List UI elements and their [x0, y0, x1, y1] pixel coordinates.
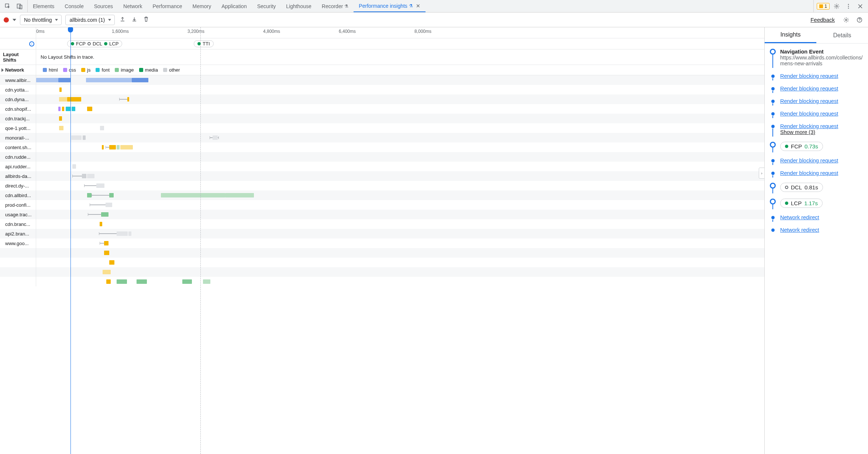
playhead-handle[interactable] [68, 27, 73, 32]
metric-marker[interactable]: TTI [194, 40, 214, 47]
close-icon[interactable] [855, 1, 865, 11]
recording-select[interactable]: allbirds.com (1) [65, 15, 115, 25]
network-row[interactable]: allbirds-da... [0, 171, 764, 181]
tab-console[interactable]: Console [59, 0, 89, 12]
feedback-link[interactable]: Feedback [810, 17, 835, 23]
request-segment[interactable] [127, 97, 129, 102]
request-segment[interactable] [71, 135, 82, 140]
delete-icon[interactable] [142, 16, 150, 24]
insight-link[interactable]: Render blocking request [780, 98, 838, 104]
request-segment[interactable] [106, 203, 112, 207]
request-segment[interactable] [213, 135, 218, 140]
network-row[interactable]: qoe-1.yott... [0, 123, 764, 133]
network-row[interactable]: content.sh... [0, 142, 764, 152]
request-segment[interactable] [109, 193, 114, 197]
gear-icon[interactable] [832, 1, 841, 11]
network-row[interactable]: cdn.shopif... [0, 104, 764, 114]
insights-tab-insights[interactable]: Insights [765, 27, 816, 43]
request-segment[interactable] [59, 126, 63, 130]
upload-icon[interactable] [118, 16, 127, 24]
network-rows[interactable]: www.allbir...cdn.yotta...cdn.dyna...cdn.… [0, 75, 764, 454]
network-row[interactable]: www.goo... [0, 238, 764, 248]
network-row[interactable]: cdn.allbird... [0, 190, 764, 200]
insights-tab-details[interactable]: Details [816, 27, 868, 43]
request-segment[interactable] [62, 107, 64, 111]
throttling-select[interactable]: No throttling [20, 15, 62, 25]
inspect-icon[interactable] [3, 1, 13, 11]
record-menu-chevron-icon[interactable] [13, 19, 16, 21]
ruler-ticks[interactable]: 0ms1,600ms3,200ms4,800ms6,400ms8,000ms [36, 27, 764, 38]
record-button[interactable] [4, 17, 9, 23]
network-row[interactable]: cdn.rudde... [0, 152, 764, 162]
request-segment[interactable] [86, 78, 132, 82]
tab-close-icon[interactable]: ✕ [416, 3, 420, 9]
request-segment[interactable] [102, 145, 104, 149]
tab-network[interactable]: Network [118, 0, 147, 12]
request-segment[interactable] [203, 279, 210, 284]
request-segment[interactable] [101, 212, 108, 217]
network-row[interactable]: cdn.yotta... [0, 85, 764, 94]
network-row[interactable]: monorail-... [0, 133, 764, 142]
request-segment[interactable] [109, 260, 114, 265]
network-label[interactable]: Network [0, 65, 36, 75]
network-row[interactable]: cdn.trackj... [0, 114, 764, 123]
request-segment[interactable] [104, 251, 109, 255]
metric-marker[interactable]: FCPDCLLCP [67, 40, 122, 47]
request-segment[interactable] [117, 231, 128, 236]
insight-link[interactable]: Render blocking request [780, 123, 838, 129]
request-segment[interactable] [72, 164, 76, 169]
request-segment[interactable] [59, 97, 67, 102]
insight-link[interactable]: Network redirect [780, 227, 819, 233]
network-row[interactable]: cdn.dyna... [0, 94, 764, 104]
request-segment[interactable] [87, 107, 92, 111]
network-row[interactable] [0, 258, 764, 267]
request-segment[interactable] [106, 279, 111, 284]
request-segment[interactable] [161, 193, 225, 197]
network-row[interactable] [0, 267, 764, 277]
request-segment[interactable] [96, 183, 104, 188]
request-segment[interactable] [109, 145, 116, 149]
network-row[interactable]: api.rudder... [0, 162, 764, 171]
insight-link[interactable]: Render blocking request [780, 111, 838, 117]
tab-recorder[interactable]: Recorder⚗ [317, 0, 354, 12]
request-segment[interactable] [36, 78, 58, 82]
request-segment[interactable] [82, 174, 86, 178]
sidebar-collapse-handle[interactable]: › [759, 168, 765, 179]
request-segment[interactable] [87, 193, 92, 197]
metric-chip[interactable]: DCL0.81s [780, 183, 823, 192]
request-segment[interactable] [59, 87, 62, 92]
request-segment[interactable] [137, 279, 147, 284]
tab-elements[interactable]: Elements [28, 0, 59, 12]
insights-timeline[interactable]: Navigation Eventhttps://www.allbirds.com… [765, 44, 868, 454]
network-row[interactable]: usage.trac... [0, 210, 764, 219]
network-row[interactable]: direct.dy-... [0, 181, 764, 190]
tab-performance[interactable]: Performance [147, 0, 187, 12]
request-segment[interactable] [100, 126, 104, 130]
tab-memory[interactable]: Memory [187, 0, 217, 12]
tab-sources[interactable]: Sources [89, 0, 118, 12]
toolbar-gear-icon[interactable] [841, 15, 851, 25]
insight-link[interactable]: Render blocking request [780, 170, 838, 176]
request-segment[interactable] [83, 135, 86, 140]
request-segment[interactable] [103, 270, 111, 274]
tab-application[interactable]: Application [216, 0, 252, 12]
insight-link[interactable]: Render blocking request [780, 73, 838, 79]
kebab-icon[interactable] [844, 1, 853, 11]
device-toggle-icon[interactable] [15, 1, 24, 11]
insight-link[interactable]: Render blocking request [780, 86, 838, 92]
request-segment[interactable] [132, 78, 148, 82]
insight-link[interactable]: Network redirect [780, 214, 819, 220]
tab-performance-insights[interactable]: Performance insights⚗✕ [354, 0, 426, 12]
request-segment[interactable] [72, 107, 75, 111]
marker-track[interactable]: FCPDCLLCPTTI [36, 38, 764, 49]
issues-badge[interactable]: 1 [817, 3, 830, 10]
request-segment[interactable] [128, 231, 131, 236]
request-segment[interactable] [58, 107, 61, 111]
request-segment[interactable] [120, 145, 133, 149]
tab-lighthouse[interactable]: Lighthouse [281, 0, 317, 12]
metric-chip[interactable]: LCP1.17s [780, 199, 823, 208]
request-segment[interactable] [117, 279, 127, 284]
insight-link[interactable]: Render blocking request [780, 158, 838, 164]
request-segment[interactable] [59, 116, 62, 121]
request-segment[interactable] [67, 97, 81, 102]
